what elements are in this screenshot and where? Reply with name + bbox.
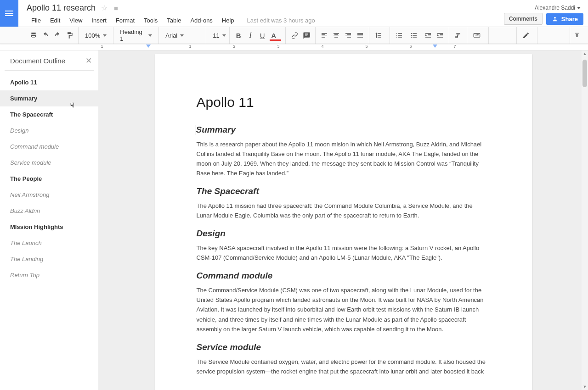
outline-item[interactable]: Neil Armstrong [0,187,98,203]
font-select[interactable]: Arial [162,29,203,41]
main-menu-button[interactable] [0,0,18,27]
outline-item[interactable]: Apollo 11 [0,74,98,90]
decrease-indent-icon[interactable] [422,29,434,41]
section-body[interactable]: The key NASA spacecraft involved in the … [197,243,488,262]
outline-item[interactable]: Service module [0,155,98,171]
document-outline-panel: Document Outline ✕ Apollo 11Summary☟The … [0,50,99,390]
outline-item[interactable]: The People [0,171,98,187]
print-icon[interactable] [28,29,40,41]
account-menu[interactable]: Alexandre Saddi [535,5,583,11]
clear-formatting-icon[interactable] [452,29,464,41]
ruler-number: 1 [189,44,191,49]
align-left-icon[interactable] [318,29,330,41]
ruler[interactable]: 1 1 2 3 4 5 6 7 [0,44,588,50]
outline-title: Document Outline [10,57,65,65]
title-bar: Apollo 11 research ☆ ■ Alexandre Saddi [0,0,588,14]
close-icon[interactable]: ✕ [85,56,92,66]
menu-addons[interactable]: Add-ons [186,15,217,26]
outline-item[interactable]: The Landing [0,251,98,267]
insert-comment-icon[interactable] [300,29,312,41]
ruler-number: 6 [409,44,412,49]
outline-item[interactable]: Summary☟ [0,90,98,106]
editing-mode-button[interactable] [520,29,534,41]
section-heading[interactable]: Service module [197,342,488,352]
outline-item[interactable]: The Spacecraft [0,106,98,123]
chevron-down-icon [577,7,581,9]
share-label: Share [561,16,578,22]
collapse-toolbar-button[interactable] [570,27,583,44]
document-title[interactable]: Apollo 11 research [27,3,96,13]
underline-button[interactable]: U [256,29,268,41]
scroll-thumb[interactable] [582,60,587,87]
align-right-icon[interactable] [342,29,354,41]
font-size-select[interactable]: 11 [209,29,226,41]
star-icon[interactable]: ☆ [101,4,107,12]
italic-button[interactable]: I [244,29,256,41]
svg-point-0 [554,17,556,19]
line-spacing-button[interactable] [372,29,387,41]
menu-file[interactable]: File [27,15,45,26]
chevron-down-icon [222,34,226,37]
outline-item[interactable]: The Launch [0,235,98,251]
comments-button[interactable]: Comments [504,13,543,25]
align-justify-icon[interactable] [354,29,366,41]
ruler-number: 2 [233,44,235,49]
right-indent-marker[interactable] [433,45,437,48]
section-body[interactable]: The Apollo 11 mission had three spacecra… [197,201,488,220]
menu-edit[interactable]: Edit [45,15,65,26]
vertical-scrollbar[interactable]: ▲ ▼ [582,50,588,390]
svg-point-1 [411,33,412,34]
section-body[interactable]: This is a research paper about the Apoll… [197,139,488,178]
menu-tools[interactable]: Tools [139,15,162,26]
section-body[interactable]: The Service Module contained oxygen, wat… [197,357,488,376]
scroll-down-icon[interactable]: ▼ [582,384,588,390]
align-center-icon[interactable] [330,29,342,41]
increase-indent-icon[interactable] [434,29,446,41]
section-heading[interactable]: Design [197,228,488,239]
svg-rect-7 [477,34,478,35]
svg-rect-5 [475,34,475,35]
page[interactable]: Apollo 11 SummaryThis is a research pape… [155,54,532,390]
svg-rect-8 [478,34,479,35]
section-body[interactable]: The Command/Service Module (CSM) was one… [197,285,488,334]
toolbar: 100% Heading 1 Arial 11 B I U A [0,27,588,44]
section-heading[interactable]: Summary [196,125,488,135]
paragraph-style-select[interactable]: Heading 1 [116,29,156,41]
outline-item[interactable]: Design [0,123,98,139]
insert-link-icon[interactable] [288,29,300,41]
input-tools-button[interactable] [470,29,486,41]
document-canvas[interactable]: Apollo 11 SummaryThis is a research pape… [99,50,588,390]
zoom-select[interactable]: 100% [81,29,110,41]
svg-point-3 [411,37,412,38]
section-heading[interactable]: The Spacecraft [197,186,488,196]
outline-item[interactable]: Buzz Aldrin [0,203,98,219]
page-title[interactable]: Apollo 11 [197,95,488,110]
folder-icon[interactable]: ■ [114,4,118,12]
paint-format-icon[interactable] [63,29,75,41]
menu-help[interactable]: Help [217,15,239,26]
outline-item[interactable]: MIssion Highlights [0,219,98,235]
menu-format[interactable]: Format [111,15,139,26]
menu-bar: File Edit View Insert Format Tools Table… [0,14,588,27]
left-indent-marker[interactable] [146,45,151,48]
menu-insert[interactable]: Insert [87,15,111,26]
menu-table[interactable]: Table [162,15,186,26]
outline-item[interactable]: Return Trip [0,267,98,283]
ruler-number: 3 [277,44,279,49]
last-edit-text: Last edit was 3 hours ago [247,17,315,24]
outline-item[interactable]: Command module [0,139,98,155]
hamburger-icon [5,13,13,14]
section-heading[interactable]: Command module [197,271,488,281]
menu-view[interactable]: View [65,15,87,26]
undo-icon[interactable] [40,29,51,41]
bold-button[interactable]: B [232,29,244,41]
text-color-button[interactable]: A [268,29,283,41]
share-button[interactable]: Share [546,13,583,25]
svg-rect-4 [474,33,480,37]
numbered-list-button[interactable] [393,29,407,41]
user-name: Alexandre Saddi [535,5,575,11]
redo-icon[interactable] [51,29,63,41]
ruler-number: 4 [321,44,323,49]
scroll-up-icon[interactable]: ▲ [582,50,588,57]
bulleted-list-button[interactable] [407,29,422,41]
